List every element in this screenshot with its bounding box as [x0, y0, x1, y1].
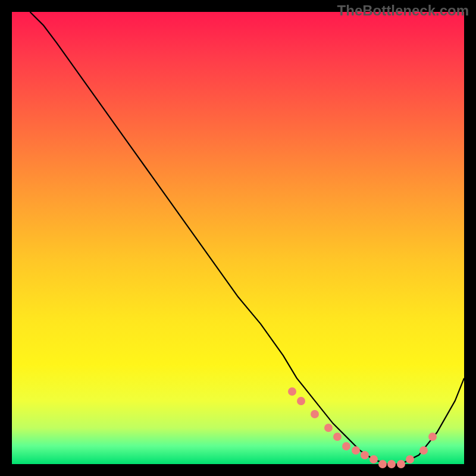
curve-path	[30, 12, 464, 464]
marker-dot	[288, 387, 296, 396]
marker-dot	[369, 455, 378, 464]
marker-dot	[342, 442, 350, 450]
marker-dot	[361, 451, 369, 459]
marker-dot	[311, 410, 319, 418]
marker-dot	[324, 424, 333, 432]
curve-svg	[12, 12, 464, 464]
watermark-text: TheBottleneck.com	[337, 2, 469, 19]
marker-dot	[406, 455, 414, 464]
marker-dot	[419, 446, 428, 455]
chart-plot-area	[12, 12, 464, 464]
marker-dot	[428, 433, 437, 441]
marker-dot	[378, 460, 387, 468]
marker-dot	[333, 433, 342, 441]
marker-dot	[297, 397, 305, 405]
marker-dot	[387, 460, 396, 468]
marker-dot	[397, 460, 405, 468]
marker-dot	[352, 446, 360, 455]
